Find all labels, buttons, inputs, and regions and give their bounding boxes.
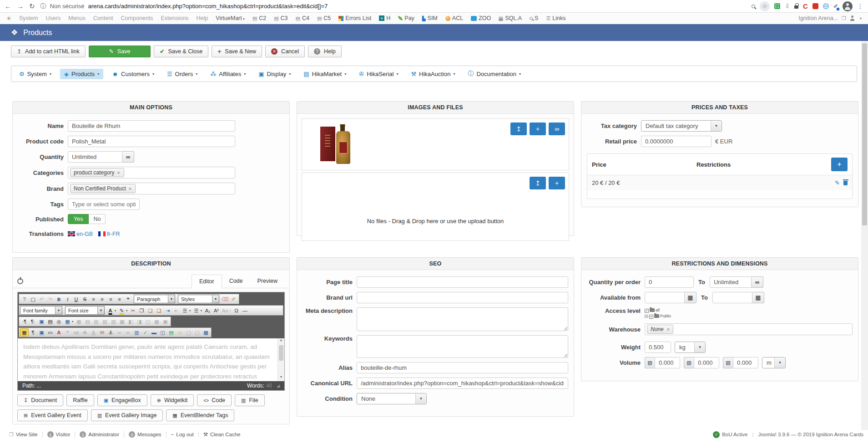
weight-input[interactable] — [645, 342, 671, 353]
insert-raffle-button[interactable]: Raffle — [66, 394, 94, 406]
translation-en-link[interactable]: en-GB — [68, 230, 93, 238]
paragraph-dropdown[interactable]: Paragraph▼ — [134, 295, 175, 303]
paragraph-icon[interactable]: ¶ — [29, 328, 37, 337]
add-to-cart-html-button[interactable]: ↥Add to cart HTML link — [11, 46, 86, 57]
bullet-list-caret-icon[interactable]: ▾ — [199, 306, 203, 315]
link-icon[interactable]: ∞ — [124, 328, 132, 337]
indent-icon[interactable]: ⇥ — [163, 306, 172, 315]
volume-y-input[interactable] — [694, 357, 719, 368]
insert-col-before-icon[interactable]: ◧ — [126, 317, 135, 326]
back-icon[interactable]: ← — [5, 2, 11, 10]
external-link-icon[interactable]: ❐ — [842, 15, 846, 21]
superscript-icon[interactable]: A² — [212, 306, 221, 315]
keywords-textarea[interactable] — [357, 335, 568, 358]
images-dropzone[interactable]: ↥ + ∞ — [302, 118, 569, 170]
calendar-icon[interactable]: ▦ — [685, 292, 696, 303]
deletion-icon[interactable]: A — [81, 328, 89, 337]
menu-menus[interactable]: Menus — [68, 15, 86, 21]
shortcut-c4[interactable]: ▤C4 — [296, 15, 309, 21]
shortcut-c3[interactable]: ▤C3 — [274, 15, 288, 21]
tab-system[interactable]: ⚙System▾ — [15, 69, 56, 79]
colorpicker-extension-icon[interactable]: ✐ — [833, 3, 838, 10]
calendar-icon[interactable]: ▦ — [752, 292, 764, 303]
emoticon-icon[interactable]: ☺ — [176, 328, 184, 337]
page-break-icon[interactable]: ◫ — [158, 328, 167, 337]
hr-advanced-icon[interactable]: ▬ — [150, 328, 158, 337]
forward-icon[interactable]: → — [17, 2, 24, 10]
published-no-button[interactable]: No — [89, 214, 106, 224]
insert-eventblender-tags-button[interactable]: ▦EventBlender Tags — [166, 409, 234, 421]
editor-content[interactable]: Isdem diebus Apollinaris Domitiani gener… — [18, 338, 284, 381]
alias-input[interactable] — [357, 362, 568, 373]
published-yes-button[interactable]: Yes — [68, 214, 89, 224]
subscript-icon[interactable]: A₂ — [203, 306, 212, 315]
help-button[interactable]: ?Help — [308, 46, 342, 57]
shortcut-sqla[interactable]: SQL.A — [499, 15, 522, 21]
align-justify-icon[interactable]: ≡ — [115, 295, 124, 303]
infinity-button[interactable]: ∞ — [122, 151, 134, 163]
tab-products[interactable]: ◈Products▾ — [60, 69, 103, 79]
row-props-icon[interactable]: ▤ — [83, 317, 92, 326]
iframe-icon[interactable]: ▢ — [193, 328, 202, 337]
view-site-link[interactable]: ❐View Site — [5, 432, 43, 438]
upload-file-button[interactable]: ↥ — [530, 177, 546, 189]
add-file-button[interactable]: + — [549, 177, 565, 189]
description-text[interactable]: Isdem diebus Apollinaris Domitiani gener… — [18, 338, 284, 381]
insert-file-button[interactable]: ▥File — [235, 394, 265, 406]
tab-editor[interactable]: Editor — [192, 275, 222, 288]
canonical-url-input[interactable] — [357, 378, 568, 389]
show-blocks-icon[interactable]: ·¶ — [20, 317, 29, 326]
brand-field[interactable]: Non Certified Product✕ — [68, 183, 235, 194]
align-left-icon[interactable]: ≡ — [89, 295, 98, 303]
product-image[interactable] — [320, 124, 357, 165]
tax-category-select[interactable]: Default tax category▼ — [641, 120, 722, 132]
categories-field[interactable]: product category✕ — [68, 167, 235, 179]
edit-price-icon[interactable]: ✎ — [835, 179, 840, 186]
delete-col-icon[interactable]: ◫ — [144, 317, 152, 326]
scroll-up-icon[interactable]: ▲ — [278, 338, 284, 344]
reload-icon[interactable]: ↻ — [29, 2, 35, 10]
remove-tag-icon[interactable]: ✕ — [128, 186, 132, 191]
insert-col-after-icon[interactable]: ◨ — [135, 317, 144, 326]
save-new-button[interactable]: +Save & New — [212, 46, 262, 57]
menu-components[interactable]: Components — [121, 15, 153, 21]
insert-media-icon[interactable]: ▩ — [202, 328, 210, 337]
link-image-button[interactable]: ∞ — [549, 123, 565, 135]
spellcheck-icon[interactable]: ✓ — [141, 328, 150, 337]
url-text[interactable]: arena.cards/administrator/index.php?opti… — [88, 3, 328, 10]
merge-cells-icon[interactable]: ▣ — [161, 317, 170, 326]
horizontal-rule-icon[interactable]: — — [241, 306, 249, 315]
condition-select[interactable]: None▼ — [357, 393, 427, 404]
font-size-dropdown[interactable]: Font size▼ — [65, 306, 105, 315]
weight-unit-select[interactable]: kg▼ — [675, 342, 706, 353]
shortcut-c5[interactable]: ▤C5 — [317, 15, 331, 21]
editor-scrollbar[interactable]: ▲ ▼ — [278, 338, 284, 381]
administrator-status[interactable]: 1Administrator — [75, 431, 124, 438]
template-icon[interactable]: ▤ — [167, 328, 176, 337]
warehouse-field[interactable]: None✕ — [645, 323, 853, 335]
outdent-icon[interactable]: ⇤ — [172, 306, 181, 315]
citation-icon[interactable]: ❝ — [63, 328, 72, 337]
find-icon[interactable]: ◎ — [55, 317, 63, 326]
insert-event-gallery-event-button[interactable]: ⊞Event Gallery Event — [17, 409, 88, 421]
expand-plus-icon[interactable]: + — [645, 315, 648, 318]
zoom-out-icon[interactable] — [752, 5, 755, 8]
menu-users[interactable]: Users — [46, 15, 61, 21]
copy-icon[interactable]: ❐ — [137, 306, 146, 315]
quantity-max-input[interactable] — [710, 276, 752, 288]
insertion-icon[interactable]: A — [89, 328, 98, 337]
tab-customers[interactable]: ☻Customers▾ — [108, 69, 158, 79]
meta-description-textarea[interactable] — [357, 307, 568, 331]
lock-extension-icon[interactable] — [794, 5, 798, 9]
blockquote-icon[interactable]: ❝ — [124, 295, 132, 303]
checkbox-checked-icon[interactable]: ✓ — [645, 309, 649, 313]
menu-system[interactable]: System — [19, 15, 38, 21]
brand-url-input[interactable] — [357, 292, 568, 303]
paste-icon[interactable]: ❏ — [146, 306, 155, 315]
insert-widgetkit-button[interactable]: ⊕Widgetkit — [151, 394, 194, 406]
delete-row-icon[interactable]: ▩ — [118, 317, 126, 326]
toggle-grid-icon[interactable]: ▦ — [20, 328, 29, 337]
page-scrollbar[interactable] — [861, 41, 868, 430]
shortcut-links[interactable]: ☰Links — [546, 15, 565, 21]
volume-unit-select[interactable]: m▼ — [762, 357, 786, 368]
